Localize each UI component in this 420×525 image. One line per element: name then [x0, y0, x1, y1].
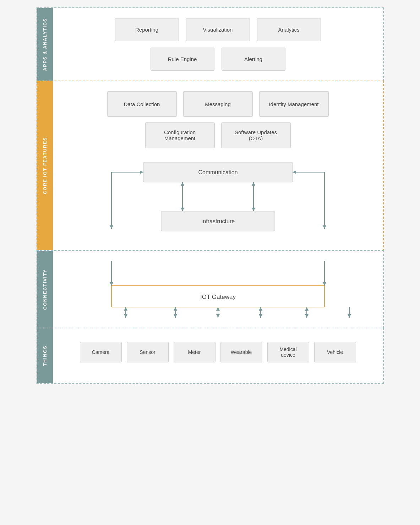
- core-iot-label: Core IoT Features: [42, 133, 48, 198]
- vehicle-box: Vehicle: [314, 342, 356, 362]
- identity-management-box: Identity Management: [259, 91, 329, 117]
- svg-text:Communication: Communication: [198, 169, 238, 175]
- svg-text:Infrastructure: Infrastructure: [201, 218, 234, 224]
- software-updates-box: Software Updates (OTA): [221, 122, 291, 148]
- apps-analytics-label-container: Apps & Analytics: [37, 8, 53, 81]
- things-label-container: Things: [37, 328, 53, 383]
- svg-marker-3: [140, 170, 143, 174]
- analytics-box: Analytics: [257, 18, 321, 41]
- core-iot-label-container: Core IoT Features: [37, 81, 53, 250]
- wearable-box: Wearable: [220, 342, 262, 362]
- camera-box: Camera: [80, 342, 122, 362]
- svg-marker-26: [124, 307, 127, 311]
- reporting-box: Reporting: [115, 18, 179, 41]
- svg-marker-31: [216, 314, 220, 318]
- core-top-row: Data Collection Messaging Identity Manag…: [64, 91, 372, 117]
- alerting-box: Alerting: [222, 48, 285, 71]
- apps-row1: Reporting Visualization Analytics: [64, 18, 372, 41]
- core-iot-layer: Core IoT Features Data Collection Messag…: [37, 81, 384, 251]
- configuration-management-box: Configuration Management: [145, 122, 215, 148]
- apps-analytics-layer: Apps & Analytics Reporting Visualization…: [37, 7, 384, 81]
- svg-marker-37: [305, 314, 309, 318]
- visualization-box: Visualization: [186, 18, 250, 41]
- rule-engine-box: Rule Engine: [151, 48, 214, 71]
- apps-analytics-content: Reporting Visualization Analytics Rule E…: [53, 8, 383, 81]
- connectivity-content: IOT Gateway: [53, 251, 383, 328]
- svg-marker-38: [305, 307, 309, 311]
- core-arrows-svg: Communication Infrastr: [69, 159, 367, 240]
- things-row: Camera Sensor Meter Wearable Medical dev…: [64, 338, 372, 362]
- svg-text:IOT Gateway: IOT Gateway: [200, 294, 236, 300]
- connectivity-inner: IOT Gateway: [64, 261, 372, 318]
- svg-marker-19: [110, 282, 113, 286]
- svg-marker-15: [252, 182, 255, 186]
- svg-marker-12: [181, 182, 184, 186]
- data-collection-box: Data Collection: [107, 91, 177, 117]
- svg-marker-14: [252, 208, 255, 211]
- core-bottom-section: Communication Infrastr: [64, 159, 372, 240]
- things-label: Things: [42, 342, 48, 370]
- svg-marker-6: [293, 170, 296, 174]
- sensor-box: Sensor: [127, 342, 169, 362]
- messaging-box: Messaging: [183, 91, 253, 117]
- svg-marker-25: [124, 314, 127, 318]
- core-iot-content: Data Collection Messaging Identity Manag…: [53, 81, 383, 250]
- things-bottom-spacer: [64, 362, 372, 373]
- things-layer: Things Camera Sensor Meter Wearable Medi…: [37, 328, 384, 384]
- things-content: Camera Sensor Meter Wearable Medical dev…: [53, 328, 383, 383]
- connectivity-layer: Connectivity IOT Gateway: [37, 250, 384, 328]
- medical-device-box: Medical device: [267, 342, 309, 362]
- svg-marker-21: [323, 282, 326, 286]
- connectivity-arrows-svg: IOT Gateway: [69, 261, 367, 318]
- core-mid-row: Configuration Management Software Update…: [64, 122, 372, 148]
- svg-marker-16: [110, 225, 113, 229]
- connectivity-label-container: Connectivity: [37, 251, 53, 328]
- svg-marker-32: [216, 307, 220, 311]
- svg-marker-17: [323, 225, 326, 229]
- apps-analytics-label: Apps & Analytics: [42, 15, 48, 75]
- svg-marker-29: [174, 307, 177, 311]
- meter-box: Meter: [174, 342, 216, 362]
- svg-marker-40: [348, 314, 351, 318]
- connectivity-label: Connectivity: [42, 266, 48, 313]
- svg-marker-34: [259, 314, 262, 318]
- svg-marker-11: [181, 208, 184, 211]
- svg-marker-28: [174, 314, 177, 318]
- apps-row2: Rule Engine Alerting: [64, 48, 372, 71]
- svg-marker-35: [259, 307, 262, 311]
